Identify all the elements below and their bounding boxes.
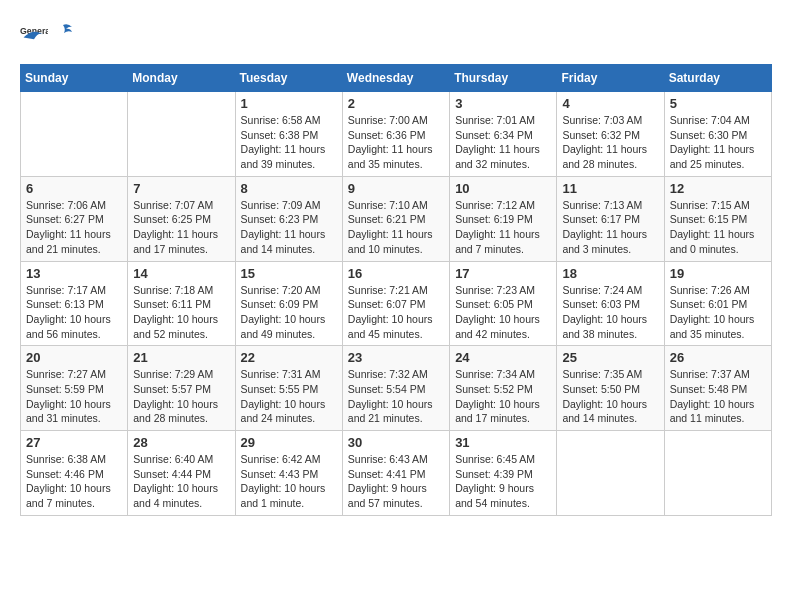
daylight-text: Daylight: 10 hours and 1 minute. <box>241 481 337 510</box>
sunset-text: Sunset: 6:21 PM <box>348 212 444 227</box>
sunrise-text: Sunrise: 6:40 AM <box>133 452 229 467</box>
daylight-text: Daylight: 11 hours and 3 minutes. <box>562 227 658 256</box>
daylight-text: Daylight: 10 hours and 14 minutes. <box>562 397 658 426</box>
calendar-cell: 4Sunrise: 7:03 AMSunset: 6:32 PMDaylight… <box>557 92 664 177</box>
daylight-text: Daylight: 11 hours and 21 minutes. <box>26 227 122 256</box>
cell-content: Sunrise: 7:35 AMSunset: 5:50 PMDaylight:… <box>562 367 658 426</box>
calendar-cell: 21Sunrise: 7:29 AMSunset: 5:57 PMDayligh… <box>128 346 235 431</box>
calendar-cell: 24Sunrise: 7:34 AMSunset: 5:52 PMDayligh… <box>450 346 557 431</box>
sunset-text: Sunset: 6:03 PM <box>562 297 658 312</box>
sunrise-text: Sunrise: 7:23 AM <box>455 283 551 298</box>
calendar-week-5: 27Sunrise: 6:38 AMSunset: 4:46 PMDayligh… <box>21 431 772 516</box>
sunrise-text: Sunrise: 6:38 AM <box>26 452 122 467</box>
cell-content: Sunrise: 7:17 AMSunset: 6:13 PMDaylight:… <box>26 283 122 342</box>
sunrise-text: Sunrise: 7:24 AM <box>562 283 658 298</box>
calendar-table: SundayMondayTuesdayWednesdayThursdayFrid… <box>20 64 772 516</box>
calendar-cell: 15Sunrise: 7:20 AMSunset: 6:09 PMDayligh… <box>235 261 342 346</box>
sunrise-text: Sunrise: 7:01 AM <box>455 113 551 128</box>
cell-content: Sunrise: 7:37 AMSunset: 5:48 PMDaylight:… <box>670 367 766 426</box>
cell-content: Sunrise: 7:18 AMSunset: 6:11 PMDaylight:… <box>133 283 229 342</box>
calendar-cell: 17Sunrise: 7:23 AMSunset: 6:05 PMDayligh… <box>450 261 557 346</box>
daylight-text: Daylight: 10 hours and 28 minutes. <box>133 397 229 426</box>
sunset-text: Sunset: 4:44 PM <box>133 467 229 482</box>
logo: General <box>20 20 74 48</box>
daylight-text: Daylight: 11 hours and 14 minutes. <box>241 227 337 256</box>
sunset-text: Sunset: 6:25 PM <box>133 212 229 227</box>
sunrise-text: Sunrise: 7:35 AM <box>562 367 658 382</box>
sunrise-text: Sunrise: 7:09 AM <box>241 198 337 213</box>
logo-icon: General <box>20 20 48 48</box>
daylight-text: Daylight: 10 hours and 31 minutes. <box>26 397 122 426</box>
calendar-cell: 1Sunrise: 6:58 AMSunset: 6:38 PMDaylight… <box>235 92 342 177</box>
daylight-text: Daylight: 10 hours and 49 minutes. <box>241 312 337 341</box>
day-number: 28 <box>133 435 229 450</box>
calendar-cell: 13Sunrise: 7:17 AMSunset: 6:13 PMDayligh… <box>21 261 128 346</box>
sunrise-text: Sunrise: 7:12 AM <box>455 198 551 213</box>
daylight-text: Daylight: 10 hours and 4 minutes. <box>133 481 229 510</box>
sunrise-text: Sunrise: 7:20 AM <box>241 283 337 298</box>
sunrise-text: Sunrise: 6:58 AM <box>241 113 337 128</box>
day-header-wednesday: Wednesday <box>342 65 449 92</box>
calendar-cell: 31Sunrise: 6:45 AMSunset: 4:39 PMDayligh… <box>450 431 557 516</box>
sunrise-text: Sunrise: 6:42 AM <box>241 452 337 467</box>
calendar-week-3: 13Sunrise: 7:17 AMSunset: 6:13 PMDayligh… <box>21 261 772 346</box>
calendar-cell: 14Sunrise: 7:18 AMSunset: 6:11 PMDayligh… <box>128 261 235 346</box>
day-number: 11 <box>562 181 658 196</box>
day-number: 27 <box>26 435 122 450</box>
cell-content: Sunrise: 6:43 AMSunset: 4:41 PMDaylight:… <box>348 452 444 511</box>
sunset-text: Sunset: 6:05 PM <box>455 297 551 312</box>
day-number: 21 <box>133 350 229 365</box>
daylight-text: Daylight: 10 hours and 56 minutes. <box>26 312 122 341</box>
sunrise-text: Sunrise: 7:10 AM <box>348 198 444 213</box>
day-number: 4 <box>562 96 658 111</box>
daylight-text: Daylight: 11 hours and 35 minutes. <box>348 142 444 171</box>
day-number: 18 <box>562 266 658 281</box>
cell-content: Sunrise: 7:01 AMSunset: 6:34 PMDaylight:… <box>455 113 551 172</box>
cell-content: Sunrise: 7:07 AMSunset: 6:25 PMDaylight:… <box>133 198 229 257</box>
calendar-cell: 20Sunrise: 7:27 AMSunset: 5:59 PMDayligh… <box>21 346 128 431</box>
calendar-cell: 3Sunrise: 7:01 AMSunset: 6:34 PMDaylight… <box>450 92 557 177</box>
day-number: 25 <box>562 350 658 365</box>
sunset-text: Sunset: 4:46 PM <box>26 467 122 482</box>
calendar-cell: 23Sunrise: 7:32 AMSunset: 5:54 PMDayligh… <box>342 346 449 431</box>
calendar-cell <box>128 92 235 177</box>
day-number: 13 <box>26 266 122 281</box>
sunset-text: Sunset: 4:39 PM <box>455 467 551 482</box>
cell-content: Sunrise: 7:20 AMSunset: 6:09 PMDaylight:… <box>241 283 337 342</box>
cell-content: Sunrise: 7:13 AMSunset: 6:17 PMDaylight:… <box>562 198 658 257</box>
sunrise-text: Sunrise: 7:15 AM <box>670 198 766 213</box>
sunrise-text: Sunrise: 7:27 AM <box>26 367 122 382</box>
sunrise-text: Sunrise: 7:03 AM <box>562 113 658 128</box>
sunrise-text: Sunrise: 7:00 AM <box>348 113 444 128</box>
cell-content: Sunrise: 7:23 AMSunset: 6:05 PMDaylight:… <box>455 283 551 342</box>
sunset-text: Sunset: 6:13 PM <box>26 297 122 312</box>
daylight-text: Daylight: 9 hours and 54 minutes. <box>455 481 551 510</box>
sunrise-text: Sunrise: 6:43 AM <box>348 452 444 467</box>
cell-content: Sunrise: 7:27 AMSunset: 5:59 PMDaylight:… <box>26 367 122 426</box>
cell-content: Sunrise: 7:12 AMSunset: 6:19 PMDaylight:… <box>455 198 551 257</box>
sunset-text: Sunset: 4:43 PM <box>241 467 337 482</box>
day-number: 5 <box>670 96 766 111</box>
cell-content: Sunrise: 7:21 AMSunset: 6:07 PMDaylight:… <box>348 283 444 342</box>
day-header-friday: Friday <box>557 65 664 92</box>
calendar-body: 1Sunrise: 6:58 AMSunset: 6:38 PMDaylight… <box>21 92 772 516</box>
calendar-cell: 29Sunrise: 6:42 AMSunset: 4:43 PMDayligh… <box>235 431 342 516</box>
sunset-text: Sunset: 6:23 PM <box>241 212 337 227</box>
cell-content: Sunrise: 6:38 AMSunset: 4:46 PMDaylight:… <box>26 452 122 511</box>
day-number: 19 <box>670 266 766 281</box>
calendar-cell: 28Sunrise: 6:40 AMSunset: 4:44 PMDayligh… <box>128 431 235 516</box>
calendar-week-1: 1Sunrise: 6:58 AMSunset: 6:38 PMDaylight… <box>21 92 772 177</box>
day-header-thursday: Thursday <box>450 65 557 92</box>
sunset-text: Sunset: 5:55 PM <box>241 382 337 397</box>
cell-content: Sunrise: 7:31 AMSunset: 5:55 PMDaylight:… <box>241 367 337 426</box>
calendar-cell: 10Sunrise: 7:12 AMSunset: 6:19 PMDayligh… <box>450 176 557 261</box>
day-number: 15 <box>241 266 337 281</box>
sunset-text: Sunset: 5:54 PM <box>348 382 444 397</box>
calendar-header-row: SundayMondayTuesdayWednesdayThursdayFrid… <box>21 65 772 92</box>
sunset-text: Sunset: 6:17 PM <box>562 212 658 227</box>
page-header: General <box>20 20 772 48</box>
cell-content: Sunrise: 7:09 AMSunset: 6:23 PMDaylight:… <box>241 198 337 257</box>
sunrise-text: Sunrise: 7:04 AM <box>670 113 766 128</box>
calendar-week-4: 20Sunrise: 7:27 AMSunset: 5:59 PMDayligh… <box>21 346 772 431</box>
cell-content: Sunrise: 7:00 AMSunset: 6:36 PMDaylight:… <box>348 113 444 172</box>
